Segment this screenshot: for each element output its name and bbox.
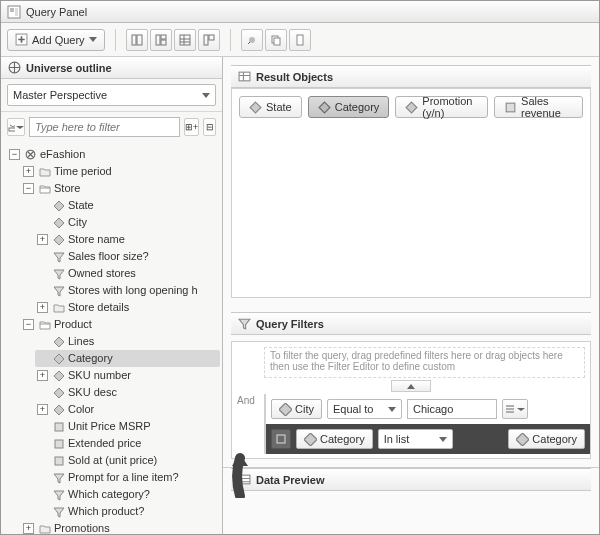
filter-and-operator[interactable]: And <box>237 395 255 406</box>
val-label: Chicago <box>413 403 453 415</box>
tree-node-owned[interactable]: Owned stores <box>35 265 220 282</box>
folder-open-icon <box>38 318 51 331</box>
result-header-label: Result Objects <box>256 71 333 83</box>
dimension-icon <box>52 386 65 399</box>
expand-add-button[interactable]: ⊞+ <box>184 118 199 136</box>
collapse-button[interactable]: ⊟ <box>203 118 216 136</box>
universe-header: Universe outline <box>1 57 222 79</box>
op-label: In list <box>384 433 410 445</box>
filter-icon <box>52 284 65 297</box>
doc-button[interactable] <box>289 29 311 51</box>
query-filters-body[interactable]: And To filter the query, drag predefined… <box>231 341 591 459</box>
chevron-down-icon <box>439 437 447 442</box>
result-object-promotion[interactable]: Promotion (y/n) <box>395 96 488 118</box>
tree-node-storename[interactable]: +Store name <box>35 231 220 248</box>
perspective-dropdown[interactable]: Master Perspective <box>7 84 216 106</box>
tree-filter-row: ⊞+ ⊟ <box>1 112 222 142</box>
filter-values-button[interactable] <box>502 399 528 419</box>
svg-rect-7 <box>161 35 166 39</box>
tree-node-city[interactable]: City <box>35 214 220 231</box>
expand-icon[interactable]: + <box>37 404 48 415</box>
dimension-icon <box>304 433 317 446</box>
tree-node-color[interactable]: +Color <box>35 401 220 418</box>
filter-object-category[interactable]: Category <box>296 429 373 449</box>
tree-label: Lines <box>68 333 94 350</box>
universe-root-icon <box>24 148 37 161</box>
filter-icon <box>52 250 65 263</box>
window-title-bar: Query Panel <box>1 1 599 23</box>
tree-options-button[interactable] <box>7 118 25 136</box>
svg-rect-9 <box>180 35 190 45</box>
subquery-toggle[interactable] <box>271 429 291 449</box>
collapse-icon[interactable]: − <box>23 183 34 194</box>
tree-node-whichprod[interactable]: Which product? <box>35 503 220 520</box>
dimension-icon <box>52 335 65 348</box>
svg-rect-5 <box>137 35 142 45</box>
layout-toggle-group <box>126 29 220 51</box>
tree-node-promotions[interactable]: +Promotions <box>21 520 220 534</box>
tree-node-promptline[interactable]: Prompt for a line item? <box>35 469 220 486</box>
filter-operator-dropdown-2[interactable]: In list <box>378 429 453 449</box>
tree-node-salesfloor[interactable]: Sales floor size? <box>35 248 220 265</box>
tree-node-lines[interactable]: Lines <box>35 333 220 350</box>
tree-label: Extended price <box>68 435 141 452</box>
expand-icon[interactable]: + <box>23 523 34 534</box>
expand-icon[interactable]: + <box>23 166 34 177</box>
layout-btn-4[interactable] <box>198 29 220 51</box>
chip-label: Sales revenue <box>521 95 573 119</box>
expand-icon[interactable]: + <box>37 370 48 381</box>
svg-rect-2 <box>15 8 18 16</box>
main-toolbar: Add Query <box>1 23 599 57</box>
tree-node-storedetails[interactable]: +Store details <box>35 299 220 316</box>
add-query-label: Add Query <box>32 34 85 46</box>
expand-icon[interactable]: + <box>37 302 48 313</box>
filter-operator-dropdown[interactable]: Equal to <box>327 399 402 419</box>
tree-node-category[interactable]: Category <box>35 350 220 367</box>
wand-button[interactable] <box>241 29 263 51</box>
filter-object-city[interactable]: City <box>271 399 322 419</box>
universe-header-label: Universe outline <box>26 62 112 74</box>
result-objects-body[interactable]: State Category Promotion (y/n) Sales rev… <box>231 88 591 298</box>
dimension-icon <box>279 403 292 416</box>
folder-icon <box>52 301 65 314</box>
tree-label: eFashion <box>40 146 85 163</box>
result-object-revenue[interactable]: Sales revenue <box>494 96 583 118</box>
layout-btn-2[interactable] <box>150 29 172 51</box>
tree-node-product[interactable]: −Product <box>21 316 220 333</box>
tree-node-state[interactable]: State <box>35 197 220 214</box>
tree-root[interactable]: −eFashion <box>7 146 220 163</box>
measure-icon <box>504 101 517 114</box>
measure-icon <box>52 454 65 467</box>
tree-node-longopen[interactable]: Stores with long opening h <box>35 282 220 299</box>
tree-node-extprice[interactable]: Extended price <box>35 435 220 452</box>
tree-node-soldat[interactable]: Sold at (unit price) <box>35 452 220 469</box>
right-pane: Result Objects State Category Promotion … <box>223 57 599 534</box>
add-query-button[interactable]: Add Query <box>7 29 105 51</box>
tree-filter-input[interactable] <box>29 117 180 137</box>
chevron-down-icon <box>517 408 525 411</box>
filter-object-category-target[interactable]: Category <box>508 429 585 449</box>
filter-value-input[interactable]: Chicago <box>407 399 497 419</box>
tree-node-skunum[interactable]: +SKU number <box>35 367 220 384</box>
tree-node-time[interactable]: +Time period <box>21 163 220 180</box>
layout-btn-3[interactable] <box>174 29 196 51</box>
filter-collapse-button[interactable] <box>391 380 431 392</box>
copy-button[interactable] <box>265 29 287 51</box>
tree-node-whichcat[interactable]: Which category? <box>35 486 220 503</box>
svg-rect-22 <box>239 72 250 81</box>
funnel-icon <box>238 317 251 330</box>
filter-icon <box>52 267 65 280</box>
expand-icon[interactable]: + <box>37 234 48 245</box>
tree-node-skudesc[interactable]: SKU desc <box>35 384 220 401</box>
result-object-category[interactable]: Category <box>308 96 390 118</box>
tree-node-unitprice[interactable]: Unit Price MSRP <box>35 418 220 435</box>
collapse-icon[interactable]: − <box>23 319 34 330</box>
layout-btn-1[interactable] <box>126 29 148 51</box>
dimension-icon <box>52 369 65 382</box>
universe-tree[interactable]: −eFashion +Time period −Store State City… <box>1 142 222 534</box>
filter-row-city[interactable]: City Equal to Chicago <box>266 394 590 424</box>
result-object-state[interactable]: State <box>239 96 302 118</box>
filter-row-category[interactable]: Category In list Category <box>266 424 590 454</box>
collapse-icon[interactable]: − <box>9 149 20 160</box>
tree-node-store[interactable]: −Store <box>21 180 220 197</box>
